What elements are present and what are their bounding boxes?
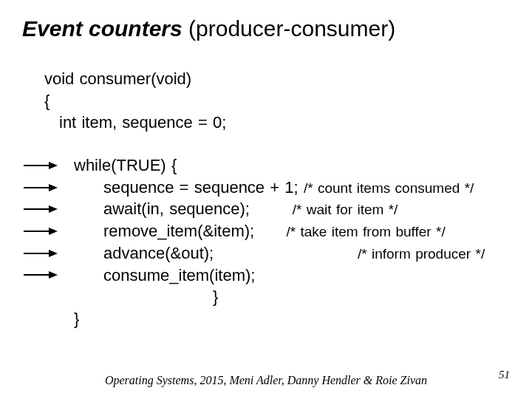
remove-line: remove_item(&item); /* take item from bu… — [65, 220, 510, 242]
inner-close-row: } — [22, 286, 510, 308]
while-line: while(TRUE) { — [65, 154, 510, 177]
seq-comment: /* count items consumed */ — [304, 180, 474, 196]
arrow-icon — [22, 270, 65, 280]
arrow-icon — [22, 160, 65, 171]
svg-marker-7 — [49, 228, 58, 235]
seq-row: sequence = sequence + 1; /* count items … — [22, 177, 510, 199]
slide: Event counters (producer-consumer) void … — [0, 0, 532, 399]
footer-text: Operating Systems, 2015, Meni Adler, Dan… — [0, 374, 532, 387]
page-number: 51 — [499, 369, 510, 381]
brace-open: { — [44, 90, 510, 112]
arrow-icon — [22, 226, 65, 236]
remove-stmt: remove_item(&item); — [103, 222, 254, 240]
svg-marker-3 — [49, 184, 58, 191]
outer-close-brace: } — [74, 308, 510, 330]
code-block: void consumer(void) { int item, sequence… — [22, 68, 510, 330]
advance-stmt: advance(&out); — [103, 244, 214, 262]
remove-comment: /* take item from buffer */ — [286, 224, 445, 239]
svg-marker-11 — [49, 271, 58, 279]
await-line: await(in, sequence); /* wait for item */ — [65, 198, 510, 220]
arrow-icon — [22, 248, 65, 259]
decl-line: int item, sequence = 0; — [59, 112, 510, 134]
inner-close-brace: } — [213, 286, 218, 308]
arrow-icon — [22, 204, 65, 214]
await-comment: /* wait for item */ — [293, 202, 398, 217]
while-row: while(TRUE) { — [22, 154, 510, 177]
fn-signature: void consumer(void) — [44, 68, 510, 90]
consume-row: consume_item(item); — [22, 265, 510, 287]
title-bold: Event counters — [22, 16, 183, 41]
title-rest: (producer-consumer) — [183, 16, 395, 41]
svg-marker-9 — [49, 250, 58, 257]
seq-stmt: sequence = sequence + 1; — [103, 178, 299, 197]
svg-marker-1 — [49, 162, 58, 169]
advance-comment: /* inform producer */ — [358, 246, 485, 262]
loop-block: while(TRUE) { sequence = sequence + 1; /… — [22, 154, 510, 330]
slide-title: Event counters (producer-consumer) — [22, 16, 510, 41]
advance-row: advance(&out); /* inform producer */ — [22, 242, 510, 265]
seq-line: sequence = sequence + 1; /* count items … — [65, 177, 510, 199]
arrow-icon — [22, 183, 65, 193]
await-stmt: await(in, sequence); — [103, 200, 250, 218]
svg-marker-5 — [49, 205, 58, 213]
await-row: await(in, sequence); /* wait for item */ — [22, 198, 510, 220]
advance-line: advance(&out); /* inform producer */ — [65, 242, 510, 265]
consume-line: consume_item(item); — [65, 265, 510, 287]
remove-row: remove_item(&item); /* take item from bu… — [22, 220, 510, 242]
